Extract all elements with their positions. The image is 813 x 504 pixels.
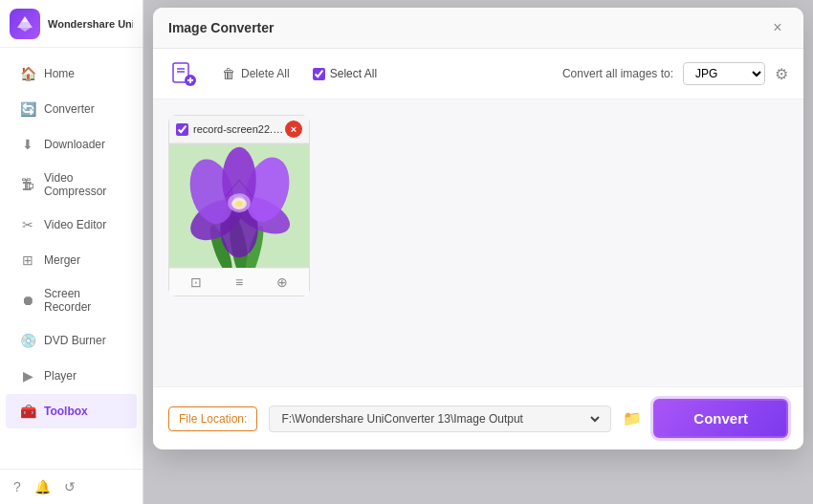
convert-all-to-label: Convert all images to:	[562, 67, 673, 80]
sidebar-item-home[interactable]: 🏠 Home	[6, 56, 137, 91]
sidebar: Wondershare UniCon 🏠 Home 🔄 Converter ⬇ …	[0, 0, 143, 504]
toolbox-icon: 🧰	[19, 403, 36, 420]
folder-icon: 📁	[623, 410, 642, 427]
svg-point-21	[235, 201, 243, 207]
file-location-path-container: F:\Wondershare UniConverter 13\Image Out…	[269, 405, 611, 432]
sidebar-item-merger[interactable]: ⊞ Merger	[6, 243, 137, 277]
add-file-icon	[170, 60, 197, 87]
image-card-checkbox[interactable]	[176, 123, 188, 136]
home-icon: 🏠	[19, 65, 36, 82]
app-header: Wondershare UniCon	[0, 0, 143, 48]
video-compressor-icon: 🗜	[19, 176, 36, 193]
file-location-select[interactable]: F:\Wondershare UniConverter 13\Image Out…	[277, 411, 603, 427]
delete-all-label: Delete All	[241, 67, 290, 80]
zoom-icon[interactable]: ⊕	[276, 274, 288, 290]
sidebar-footer: ? 🔔 ↺	[0, 469, 143, 504]
delete-all-button[interactable]: 🗑 Delete All	[214, 62, 297, 85]
sidebar-item-screen-recorder[interactable]: ⏺ Screen Recorder	[6, 278, 137, 322]
dialog-close-button[interactable]: ×	[767, 17, 788, 38]
sidebar-item-video-editor[interactable]: ✂ Video Editor	[6, 208, 137, 242]
help-icon[interactable]: ?	[13, 479, 21, 494]
sidebar-item-converter-label: Converter	[44, 102, 95, 116]
notifications-icon[interactable]: 🔔	[34, 479, 51, 494]
image-card-filename: record-screen22.JPG	[193, 123, 285, 135]
settings-button[interactable]: ⚙	[775, 65, 788, 83]
dialog-toolbar: 🗑 Delete All Select All Convert all imag…	[153, 49, 803, 99]
sidebar-nav: 🏠 Home 🔄 Converter ⬇ Downloader 🗜 Video …	[0, 48, 143, 469]
main-content: Image Converter × 🗑 De	[143, 0, 813, 504]
sidebar-item-merger-label: Merger	[44, 253, 80, 267]
player-icon: ▶	[19, 367, 36, 384]
file-location-label: File Location:	[168, 406, 257, 431]
select-all-checkbox[interactable]	[313, 68, 325, 80]
video-editor-icon: ✂	[19, 216, 36, 233]
sidebar-item-toolbox-label: Toolbox	[44, 405, 88, 418]
settings-list-icon[interactable]: ≡	[235, 274, 243, 290]
dvd-burner-icon: 💿	[19, 332, 36, 349]
sidebar-item-converter[interactable]: 🔄 Converter	[6, 92, 137, 126]
sidebar-item-video-compressor[interactable]: 🗜 Video Compressor	[6, 163, 137, 207]
image-card: record-screen22.JPG ×	[168, 115, 310, 296]
remove-icon: ×	[291, 123, 297, 135]
screen-recorder-icon: ⏺	[19, 292, 36, 309]
iris-image-svg	[169, 143, 309, 268]
convert-button[interactable]: Convert	[653, 399, 788, 438]
crop-icon[interactable]: ⊡	[190, 274, 202, 290]
dialog-overlay: Image Converter × 🗑 De	[143, 0, 813, 504]
sidebar-item-toolbox[interactable]: 🧰 Toolbox	[6, 394, 137, 428]
sidebar-item-downloader-label: Downloader	[44, 138, 105, 151]
dialog-titlebar: Image Converter ×	[153, 8, 803, 49]
downloader-icon: ⬇	[19, 136, 36, 153]
app-logo	[10, 9, 40, 39]
dialog-footer: File Location: F:\Wondershare UniConvert…	[153, 386, 803, 449]
image-converter-dialog: Image Converter × 🗑 De	[153, 8, 803, 449]
refresh-icon[interactable]: ↺	[64, 479, 76, 494]
image-card-footer: ⊡ ≡ ⊕	[169, 268, 309, 296]
dialog-body: record-screen22.JPG ×	[153, 99, 803, 386]
sidebar-item-downloader[interactable]: ⬇ Downloader	[6, 127, 137, 162]
browse-folder-button[interactable]: 📁	[623, 409, 642, 427]
sidebar-item-video-editor-label: Video Editor	[44, 218, 106, 231]
image-card-header: record-screen22.JPG ×	[169, 116, 309, 143]
app-title: Wondershare UniCon	[48, 18, 133, 30]
format-select[interactable]: JPG PNG BMP GIF TIFF WEBP	[683, 62, 765, 85]
image-card-remove-button[interactable]: ×	[285, 121, 302, 138]
sidebar-item-screen-recorder-label: Screen Recorder	[44, 287, 123, 314]
add-file-button[interactable]	[168, 58, 199, 89]
merger-icon: ⊞	[19, 252, 36, 269]
sidebar-item-home-label: Home	[44, 67, 75, 80]
converter-icon: 🔄	[19, 100, 36, 118]
sidebar-item-player[interactable]: ▶ Player	[6, 359, 137, 393]
image-card-thumbnail	[169, 143, 309, 268]
sidebar-item-player-label: Player	[44, 369, 77, 383]
toolbar-right: Convert all images to: JPG PNG BMP GIF T…	[562, 62, 788, 85]
sidebar-item-video-compressor-label: Video Compressor	[44, 171, 123, 198]
sidebar-item-dvd-burner-label: DVD Burner	[44, 334, 106, 347]
select-all-label: Select All	[330, 67, 377, 80]
trash-icon: 🗑	[222, 66, 235, 81]
settings-icon: ⚙	[775, 65, 788, 83]
dialog-title: Image Converter	[168, 20, 274, 35]
sidebar-item-dvd-burner[interactable]: 💿 DVD Burner	[6, 323, 137, 358]
select-all-checkbox-label[interactable]: Select All	[313, 67, 377, 80]
